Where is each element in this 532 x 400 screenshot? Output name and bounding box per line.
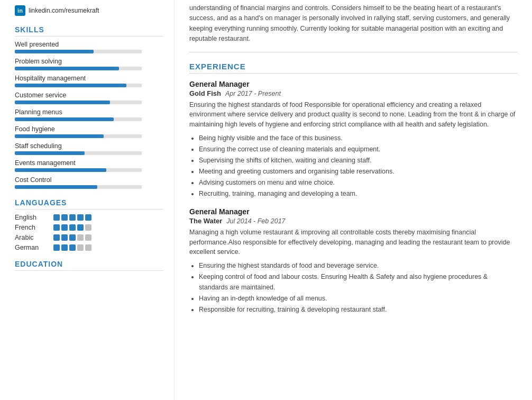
languages-title: LANGUAGES — [15, 198, 163, 210]
jobs-list: General Manager Gold Fish Apr 2017 - Pre… — [189, 80, 517, 315]
bullet-item: Recruiting, training, managing and devel… — [199, 188, 517, 199]
lang-dot — [77, 224, 84, 231]
skill-item: Hospitality management — [15, 75, 163, 87]
job-company-row: The Water Jul 2014 - Feb 2017 — [189, 217, 517, 225]
job-bullets: Being highly visible and the face of thi… — [189, 133, 517, 199]
job-company-row: Gold Fish Apr 2017 - Present — [189, 89, 517, 97]
lang-dot — [85, 244, 91, 251]
lang-dots — [53, 224, 91, 231]
experience-title: EXPERIENCE — [189, 62, 517, 74]
lang-dot — [69, 224, 76, 231]
lang-dot — [53, 214, 60, 221]
skill-label: Food hygiene — [15, 125, 163, 133]
skill-bar-bg — [15, 168, 142, 172]
skill-label: Planning menus — [15, 108, 163, 116]
skill-label: Hospitality management — [15, 75, 163, 82]
skill-bar-fill — [15, 101, 110, 104]
bullet-item: Ensuring the highest standards of food a… — [199, 260, 517, 271]
language-item: French — [15, 224, 163, 231]
education-title: EDUCATION — [15, 260, 163, 271]
job-bullets: Ensuring the highest standards of food a… — [189, 260, 517, 315]
lang-dot — [53, 224, 60, 231]
skill-label: Customer service — [15, 92, 163, 99]
skill-bar-fill — [15, 84, 126, 87]
job-block: General Manager Gold Fish Apr 2017 - Pre… — [189, 80, 517, 199]
skill-bar-fill — [15, 50, 94, 53]
language-name: German — [15, 244, 49, 251]
main-content: understanding of financial margins and c… — [175, 0, 532, 400]
lang-dot — [61, 244, 68, 251]
skill-label: Staff scheduling — [15, 142, 163, 150]
lang-dots — [53, 214, 91, 221]
lang-dot — [69, 244, 76, 251]
bullet-item: Ensuring the correct use of cleaning mat… — [199, 144, 517, 154]
summary-text: understanding of financial margins and c… — [189, 3, 517, 52]
skill-item: Cost Control — [15, 176, 163, 189]
skill-label: Cost Control — [15, 176, 163, 184]
lang-dot — [53, 234, 60, 241]
language-name: French — [15, 224, 49, 231]
skill-bar-bg — [15, 101, 142, 104]
skill-item: Staff scheduling — [15, 142, 163, 155]
skill-bar-bg — [15, 117, 142, 121]
job-title: General Manager — [189, 207, 517, 216]
skill-label: Well presented — [15, 41, 163, 48]
skill-label: Events management — [15, 159, 163, 167]
skill-bar-fill — [15, 117, 114, 121]
skill-bar-fill — [15, 185, 97, 189]
lang-dot — [53, 244, 60, 251]
linkedin-icon: in — [15, 5, 25, 16]
skill-bar-bg — [15, 185, 142, 189]
job-description: Ensuring the highest standards of food R… — [189, 100, 517, 130]
skill-item: Customer service — [15, 92, 163, 104]
skill-bar-bg — [15, 50, 142, 53]
job-description: Managing a high volume restaurant & impr… — [189, 228, 517, 257]
lang-dot — [85, 224, 91, 231]
skill-bar-bg — [15, 67, 142, 70]
skill-label: Problem solving — [15, 58, 163, 65]
bullet-item: Having an in-depth knowledge of all menu… — [199, 293, 517, 304]
skills-list: Well presented Problem solving Hospitali… — [15, 41, 163, 189]
linkedin-row: in linkedin.com/resumekraft — [15, 5, 163, 16]
skill-bar-fill — [15, 168, 106, 172]
lang-dot — [85, 214, 91, 221]
job-dates: Jul 2014 - Feb 2017 — [226, 217, 285, 225]
job-company: Gold Fish — [189, 89, 221, 97]
bullet-item: Responsible for recruiting, training & d… — [199, 304, 517, 315]
bullet-item: Being highly visible and the face of thi… — [199, 133, 517, 143]
lang-dot — [69, 234, 76, 241]
skills-title: SKILLS — [15, 25, 163, 37]
job-title: General Manager — [189, 80, 517, 88]
skill-item: Events management — [15, 159, 163, 172]
skills-section: SKILLS Well presented Problem solving Ho… — [15, 25, 163, 189]
skill-bar-fill — [15, 67, 119, 70]
job-dates: Apr 2017 - Present — [225, 90, 281, 97]
skill-bar-fill — [15, 134, 104, 138]
languages-list: English French Arabic German — [15, 214, 163, 251]
skill-bar-bg — [15, 151, 142, 155]
sidebar: in linkedin.com/resumekraft SKILLS Well … — [0, 0, 175, 400]
bullet-item: Supervising the shifts of kitchen, waiti… — [199, 155, 517, 166]
lang-dot — [85, 234, 91, 241]
language-name: English — [15, 214, 49, 221]
language-name: Arabic — [15, 234, 49, 241]
language-item: German — [15, 244, 163, 251]
lang-dot — [69, 214, 76, 221]
lang-dots — [53, 234, 91, 241]
skill-bar-bg — [15, 84, 142, 87]
lang-dot — [61, 214, 68, 221]
lang-dot — [61, 234, 68, 241]
lang-dot — [77, 234, 84, 241]
linkedin-url: linkedin.com/resumekraft — [29, 7, 99, 14]
language-item: Arabic — [15, 234, 163, 241]
skill-item: Well presented — [15, 41, 163, 53]
skill-item: Food hygiene — [15, 125, 163, 138]
bullet-item: Keeping control of food and labour costs… — [199, 271, 517, 293]
lang-dot — [77, 244, 84, 251]
job-company: The Water — [189, 217, 222, 225]
bullet-item: Advising customers on menu and wine choi… — [199, 177, 517, 188]
lang-dot — [61, 224, 68, 231]
skill-item: Problem solving — [15, 58, 163, 70]
skill-bar-bg — [15, 134, 142, 138]
skill-bar-fill — [15, 151, 85, 155]
